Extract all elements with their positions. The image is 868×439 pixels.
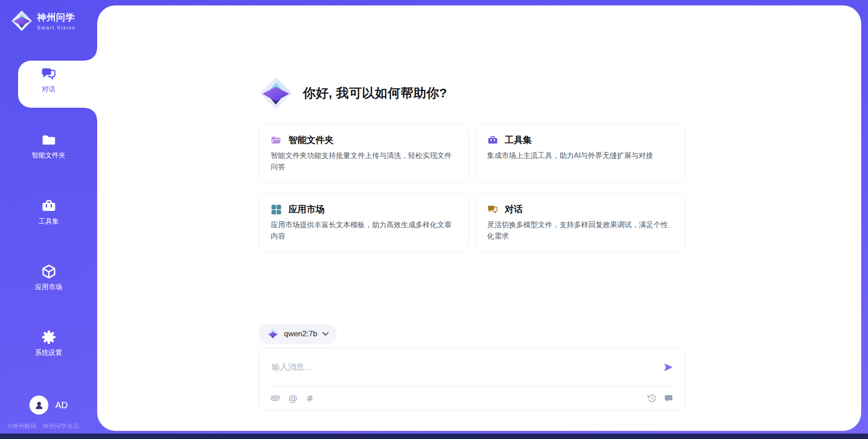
model-selector[interactable]: qwen2:7b — [259, 324, 337, 344]
send-icon — [663, 362, 674, 372]
card-title: 智能文件夹 — [288, 134, 334, 146]
card-toolset[interactable]: 工具集 集成市场上主流工具，助力AI与外界无缝扩展与对接 — [475, 124, 686, 183]
chat-icon — [41, 66, 57, 81]
chevron-down-icon — [322, 332, 329, 336]
brand-name: 神州问学 — [37, 11, 76, 24]
sidebar: 神州问学 Smart Vision 对话 智能文件夹 工具集 — [0, 0, 97, 439]
brand-subtitle: Smart Vision — [37, 25, 76, 30]
sidebar-item-label: 应用市场 — [35, 283, 62, 291]
sidebar-item-label: 对话 — [42, 85, 56, 94]
person-icon — [34, 400, 44, 410]
greeting: 你好, 我可以如何帮助你? — [259, 76, 447, 110]
app-window: 神州问学 Smart Vision 对话 智能文件夹 工具集 — [0, 0, 868, 439]
history-button[interactable] — [647, 394, 656, 403]
card-title: 工具集 — [505, 134, 532, 146]
chat-icon — [487, 205, 498, 215]
history-icon — [647, 394, 656, 403]
card-description: 灵活切换多模型文件，支持多样回复效果调试，满足个性化需求 — [487, 220, 674, 242]
feature-cards: 智能文件夹 智能文件夹功能支持批量文件上传与清洗，轻松实现文件问答 工具集 集成… — [259, 124, 685, 252]
card-chat[interactable]: 对话 灵活切换多模型文件，支持多样回复效果调试，满足个性化需求 — [475, 194, 686, 252]
gear-icon — [41, 329, 57, 345]
toolbox-icon — [41, 198, 57, 214]
sidebar-item-settings[interactable]: 系统设置 — [0, 329, 97, 357]
user-initials: AD — [55, 400, 68, 410]
sidebar-item-label: 工具集 — [38, 217, 59, 226]
paperclip-icon — [271, 394, 280, 403]
tab-curve-bottom — [85, 108, 97, 119]
brand-diamond-icon — [11, 10, 33, 32]
attach-file-button[interactable] — [271, 394, 280, 403]
user-profile[interactable]: AD — [0, 396, 97, 415]
card-title: 应用市场 — [288, 203, 325, 215]
grid-icon — [271, 205, 282, 215]
sidebar-item-toolset[interactable]: 工具集 — [0, 198, 97, 226]
toolbox-icon — [487, 135, 498, 145]
avatar — [29, 396, 48, 415]
card-title: 对话 — [505, 203, 523, 215]
send-button[interactable] — [661, 361, 675, 374]
model-name: qwen2:7b — [284, 329, 317, 339]
greeting-text: 你好, 我可以如何帮助你? — [303, 85, 447, 102]
model-diamond-icon — [267, 328, 279, 340]
hashtag-button[interactable]: # — [306, 394, 314, 403]
cube-icon — [41, 264, 57, 279]
folder-icon — [41, 132, 57, 148]
sidebar-item-smart-folder[interactable]: 智能文件夹 — [0, 132, 97, 160]
card-smart-folder[interactable]: 智能文件夹 智能文件夹功能支持批量文件上传与清洗，轻松实现文件问答 — [259, 124, 469, 183]
card-description: 应用市场提供丰富长文本模板，助力高效生成多样化文章内容 — [271, 220, 457, 242]
message-composer: @ # — [259, 348, 685, 410]
card-description: 集成市场上主流工具，助力AI与外界无缝扩展与对接 — [487, 150, 674, 162]
sidebar-item-label: 智能文件夹 — [32, 151, 66, 160]
sidebar-item-chat[interactable]: 对话 — [0, 66, 97, 94]
chat-history-button[interactable] — [664, 394, 673, 403]
chat-bubble-icon — [664, 394, 673, 403]
open-folder-icon — [271, 135, 282, 145]
sidebar-item-app-market[interactable]: 应用市场 — [0, 264, 97, 291]
brand-logo[interactable]: 神州问学 Smart Vision — [11, 10, 76, 32]
assistant-diamond-icon — [259, 76, 293, 110]
message-input[interactable] — [268, 363, 661, 372]
copyright-footer: ©神州数码 · 神州问学出品 — [8, 422, 79, 430]
card-app-market[interactable]: 应用市场 应用市场提供丰富长文本模板，助力高效生成多样化文章内容 — [259, 194, 469, 252]
bottom-scrollbar-strip — [0, 434, 868, 439]
sidebar-item-label: 系统设置 — [35, 348, 62, 357]
mention-button[interactable]: @ — [288, 394, 297, 403]
main-panel: 你好, 我可以如何帮助你? 智能文件夹 智能文件夹功能支持批量文件上传与清洗，轻… — [97, 5, 861, 431]
tab-curve-top — [85, 49, 97, 61]
card-description: 智能文件夹功能支持批量文件上传与清洗，轻松实现文件问答 — [271, 150, 457, 173]
